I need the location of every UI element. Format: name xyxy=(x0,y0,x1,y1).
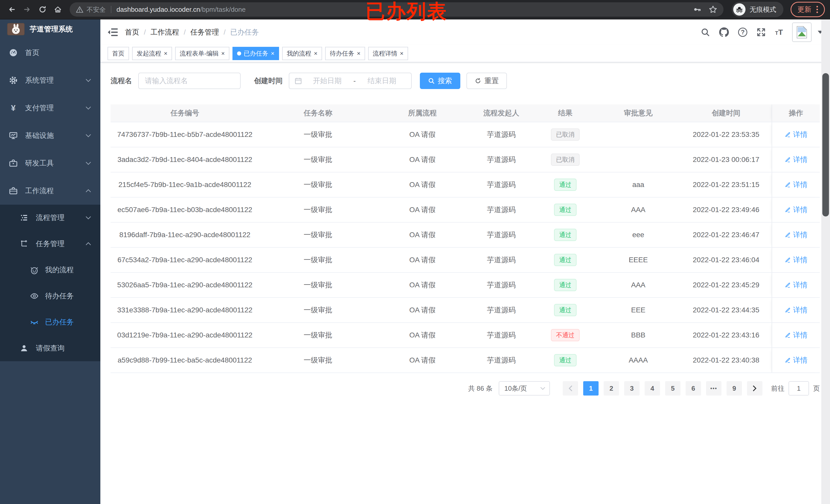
prev-page-button[interactable] xyxy=(563,381,578,396)
detail-link[interactable]: 详情 xyxy=(785,155,807,165)
sidebar-item-workflow[interactable]: 工作流程 xyxy=(0,177,100,205)
date-range-picker[interactable]: 开始日期 - 结束日期 xyxy=(289,73,412,89)
page-button-5[interactable]: 5 xyxy=(665,381,680,396)
starter-cell: 芋道源码 xyxy=(468,198,535,222)
table-row: 74736737-7b9b-11ec-b5b7-acde48001122 一级审… xyxy=(110,122,820,147)
tab-home[interactable]: 首页 xyxy=(107,47,129,60)
reset-button[interactable]: 重置 xyxy=(467,73,507,89)
tab-done-tasks[interactable]: 已办任务× xyxy=(232,47,279,60)
goto-page-input[interactable]: 1 xyxy=(789,381,809,396)
detail-link[interactable]: 详情 xyxy=(785,255,807,265)
detail-link[interactable]: 详情 xyxy=(785,305,807,315)
tab-my-process[interactable]: 我的流程× xyxy=(282,47,322,60)
actions-cell: 详情 xyxy=(772,248,820,272)
created-time-cell: 2022-01-22 23:44:35 xyxy=(680,298,772,322)
tab-todo-tasks[interactable]: 待办任务× xyxy=(325,47,365,60)
column-header: 结果 xyxy=(535,104,596,122)
tab-start-process[interactable]: 发起流程× xyxy=(132,47,172,60)
window-scrollbar[interactable] xyxy=(821,20,830,504)
search-button[interactable]: 搜索 xyxy=(420,73,460,89)
hamburger-icon[interactable] xyxy=(107,28,118,37)
edit-pencil-icon xyxy=(785,332,791,338)
sidebar-item-done-tasks[interactable]: 已办任务 xyxy=(0,309,100,335)
browser-home-button[interactable] xyxy=(51,3,65,16)
starter-cell: 芋道源码 xyxy=(468,348,535,372)
avatar[interactable] xyxy=(792,23,811,42)
tab-form-edit[interactable]: 流程表单-编辑× xyxy=(175,47,229,60)
opinion-cell: AAA xyxy=(596,198,680,222)
sidebar-item-home[interactable]: 首页 xyxy=(0,39,100,67)
close-icon[interactable]: × xyxy=(400,51,404,57)
screen: 不安全 dashboard.yudao.iocoder.cn/bpm/task/… xyxy=(0,0,830,504)
help-icon[interactable]: ? xyxy=(738,28,747,37)
opinion-cell: EEEE xyxy=(596,248,680,272)
text-size-icon[interactable]: TT xyxy=(775,28,783,37)
app-header: 首页 / 工作流程 / 任务管理 / 已办任务 ? xyxy=(100,20,830,45)
page-button-4[interactable]: 4 xyxy=(645,381,660,396)
sidebar-item-infra[interactable]: 基础设施 xyxy=(0,122,100,149)
detail-link[interactable]: 详情 xyxy=(785,330,807,340)
sidebar-item-my-process[interactable]: 我的流程 xyxy=(0,257,100,283)
sidebar-item-leave-query[interactable]: 请假查询 xyxy=(0,335,100,361)
close-icon[interactable]: × xyxy=(271,51,275,57)
fullscreen-icon[interactable] xyxy=(757,28,766,37)
detail-link[interactable]: 详情 xyxy=(785,130,807,139)
edit-pencil-icon xyxy=(785,206,791,213)
page-button-2[interactable]: 2 xyxy=(604,381,619,396)
sidebar-item-payment[interactable]: ¥ 支付管理 xyxy=(0,94,100,122)
total-count: 共 86 条 xyxy=(468,384,492,393)
detail-link[interactable]: 详情 xyxy=(785,205,807,215)
task-name-cell: 一级审批 xyxy=(259,147,377,172)
incognito-icon xyxy=(733,3,745,15)
search-icon[interactable] xyxy=(701,28,710,37)
sidebar-item-task-mgmt[interactable]: 任务管理 xyxy=(0,231,100,257)
browser-back-button[interactable] xyxy=(5,3,19,16)
detail-link[interactable]: 详情 xyxy=(785,180,807,190)
task-id-cell: ec507ae6-7b9a-11ec-b03b-acde48001122 xyxy=(110,198,259,222)
tab-process-detail[interactable]: 流程详情× xyxy=(368,47,408,60)
sidebar-item-process-mgmt[interactable]: 流程管理 xyxy=(0,205,100,231)
result-cell: 通过 xyxy=(535,198,596,222)
browser-reload-button[interactable] xyxy=(36,3,49,16)
breadcrumb-task-mgmt[interactable]: 任务管理 xyxy=(190,27,219,37)
page-button-1[interactable]: 1 xyxy=(583,381,599,396)
opinion-cell xyxy=(596,122,680,147)
edit-pencil-icon xyxy=(785,131,791,138)
password-key-icon[interactable] xyxy=(693,5,701,14)
next-page-button[interactable] xyxy=(747,381,762,396)
process-name-input[interactable]: 请输入流程名 xyxy=(138,73,241,89)
page-button-3[interactable]: 3 xyxy=(624,381,640,396)
breadcrumb-workflow[interactable]: 工作流程 xyxy=(151,27,179,37)
scrollbar-thumb[interactable] xyxy=(822,73,829,216)
sidebar-item-system[interactable]: 系统管理 xyxy=(0,67,100,94)
page-size-select[interactable]: 10条/页 xyxy=(499,381,550,396)
browser-forward-button[interactable] xyxy=(21,3,34,16)
close-icon[interactable]: × xyxy=(357,51,360,57)
edit-pencil-icon xyxy=(785,357,791,364)
created-time-cell: 2022-01-22 23:46:47 xyxy=(680,223,772,247)
create-time-label: 创建时间 xyxy=(254,76,283,86)
detail-link[interactable]: 详情 xyxy=(785,280,807,290)
task-id-cell: 215cf4e5-7b9b-11ec-9a1b-acde48001122 xyxy=(110,172,259,197)
gear-icon xyxy=(9,76,18,85)
incognito-badge[interactable]: 无痕模式 xyxy=(732,2,784,17)
actions-cell: 详情 xyxy=(772,147,820,172)
app-logo[interactable]: 芋道管理系统 xyxy=(0,20,100,39)
sidebar-item-todo-tasks[interactable]: 待办任务 xyxy=(0,283,100,309)
close-icon[interactable]: × xyxy=(164,51,167,57)
browser-menu-icon[interactable] xyxy=(817,6,818,13)
close-icon[interactable]: × xyxy=(314,51,317,57)
sidebar-item-devtools[interactable]: 研发工具 xyxy=(0,149,100,177)
browser-update-button[interactable]: 更新 xyxy=(791,2,825,17)
breadcrumb-home[interactable]: 首页 xyxy=(125,27,139,37)
github-icon[interactable] xyxy=(719,27,729,37)
bookmark-star-icon[interactable] xyxy=(709,5,717,14)
page-button-6[interactable]: 6 xyxy=(685,381,701,396)
detail-link[interactable]: 详情 xyxy=(785,230,807,240)
page-ellipsis[interactable]: ••• xyxy=(706,381,722,396)
close-icon[interactable]: × xyxy=(221,51,225,57)
page-button-9[interactable]: 9 xyxy=(727,381,742,396)
chevron-down-icon xyxy=(86,134,91,137)
detail-link[interactable]: 详情 xyxy=(785,355,807,365)
status-badge: 通过 xyxy=(554,354,577,366)
